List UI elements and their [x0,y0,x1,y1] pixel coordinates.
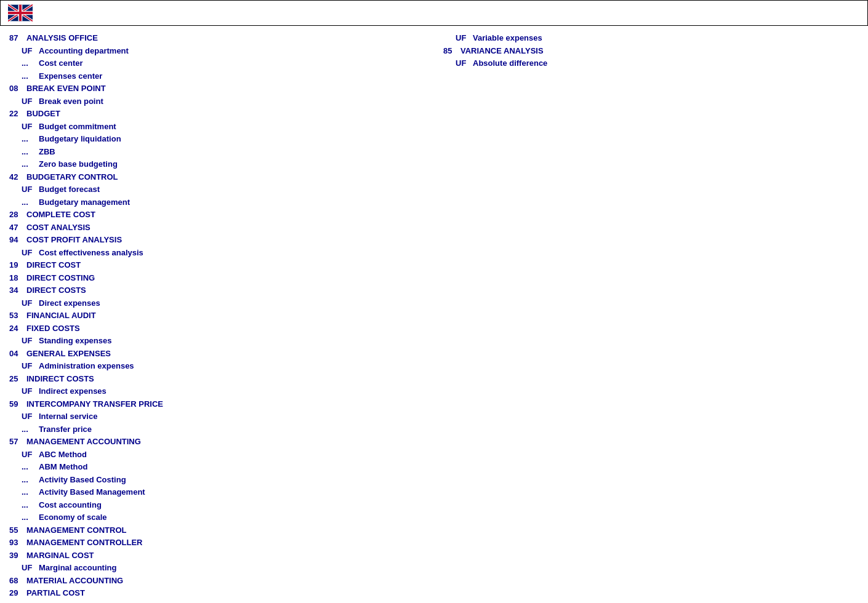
entry-e87: 87ANALYSIS OFFICE [9,32,434,44]
entry-number: 04 [9,348,26,360]
entry-number: 18 [9,272,26,284]
entry-e42: 42BUDGETARY CONTROL [9,171,434,183]
entry-e53: 53FINANCIAL AUDIT [9,309,434,322]
entry-e57: 57MANAGEMENT ACCOUNTING [9,436,434,448]
entry-label: VARIANCE ANALYSIS [460,45,544,57]
sub-label: Expenses center [39,70,102,82]
entry-label: COMPLETE COST [26,209,95,221]
entry-e94: 94COST PROFIT ANALYSIS [9,234,434,246]
entry-e47: 47COST ANALYSIS [9,222,434,234]
sub-prefix: ... [22,158,39,170]
sub-label: Budgetary liquidation [39,133,121,145]
entry-number: 39 [9,549,26,562]
sub-prefix: ... [22,146,39,158]
sub-entry: ... Zero base budgeting [9,158,434,170]
sub-prefix: ... [22,70,39,82]
sub-entry: UF Budget commitment [9,121,434,133]
sub-prefix: UF [22,247,39,259]
entry-number: 36 [9,600,26,604]
right-column: UF Variable expenses85VARIANCE ANALYSISU… [434,32,868,603]
sub-entry: UF Accounting department [9,45,434,57]
sub-label: Indirect expenses [39,385,106,397]
entry-label: COST ANALYSIS [26,222,90,234]
entry-number: 29 [9,587,26,599]
main-content: 87ANALYSIS OFFICEUF Accounting departmen… [0,26,868,603]
sub-prefix: UF [22,183,39,196]
sub-entry: ... Expenses center [9,70,434,82]
entry-e68: 68MATERIAL ACCOUNTING [9,575,434,587]
sub-prefix: ... [22,499,39,511]
sub-label: Variable expenses [473,32,542,44]
sub-entry: ... Activity Based Management [9,486,434,498]
sub-prefix: ... [22,133,39,145]
sub-label: Budgetary management [39,196,130,209]
entry-label: FINANCIAL AUDIT [26,309,96,322]
entry-label: ANALYSIS OFFICE [26,32,98,44]
sub-label: Internal service [39,410,97,423]
sub-entry: UF Variable expenses [443,32,868,44]
sub-label: Zero base budgeting [39,158,118,170]
entry-number: 22 [9,108,26,120]
sub-prefix: UF [22,385,39,397]
sub-label: Cost center [39,57,83,70]
entry-label: MATERIAL ACCOUNTING [26,575,123,587]
entry-number: 28 [9,209,26,221]
entry-label: MANAGEMENT ACCOUNTING [26,436,141,448]
sub-label: Administration expenses [39,360,134,372]
entry-label: INTERCOMPANY TRANSFER PRICE [26,398,163,410]
sub-prefix: UF [22,562,39,574]
sub-prefix: UF [22,410,39,423]
sub-entry: UF ABC Method [9,449,434,461]
uk-flag-icon [8,4,33,22]
sub-prefix: ... [22,511,39,524]
left-column: 87ANALYSIS OFFICEUF Accounting departmen… [0,32,434,603]
entry-number: 55 [9,524,26,537]
sub-entry: ... ABM Method [9,461,434,473]
entry-e24: 24FIXED COSTS [9,322,434,335]
sub-entry: UF Cost effectiveness analysis [9,247,434,259]
page-header [0,0,868,26]
entry-e25: 25INDIRECT COSTS [9,373,434,385]
entry-e19: 19DIRECT COST [9,259,434,271]
entry-e29: 29PARTIAL COST [9,587,434,599]
entry-number: 85 [443,45,460,57]
sub-label: Activity Based Management [39,486,145,498]
sub-label: Budget commitment [39,121,116,133]
sub-entry: ... ZBB [9,146,434,158]
entry-label: BREAK EVEN POINT [26,82,106,95]
sub-entry: ... Cost center [9,57,434,70]
entry-number: 94 [9,234,26,246]
entry-number: 53 [9,309,26,322]
entry-e59: 59INTERCOMPANY TRANSFER PRICE [9,398,434,410]
sub-prefix: UF [456,57,473,70]
entry-number: 87 [9,32,26,44]
sub-entry: ... Transfer price [9,423,434,436]
sub-prefix: UF [22,335,39,347]
sub-prefix: UF [22,297,39,309]
sub-entry: UF Indirect expenses [9,385,434,397]
entry-label: INDIRECT COSTS [26,373,94,385]
entry-label: DIRECT COSTING [26,272,95,284]
sub-prefix: ... [22,474,39,486]
sub-entry: UF Administration expenses [9,360,434,372]
sub-label: Activity Based Costing [39,474,126,486]
sub-prefix: UF [456,32,473,44]
sub-label: Cost effectiveness analysis [39,247,143,259]
entry-number: 93 [9,537,26,549]
sub-label: ZBB [39,146,55,158]
entry-e93: 93MANAGEMENT CONTROLLER [9,537,434,549]
entry-r85: 85VARIANCE ANALYSIS [443,45,868,57]
sub-entry: UF Absolute difference [443,57,868,70]
sub-entry: UF Break even point [9,95,434,108]
sub-label: Absolute difference [473,57,547,70]
sub-label: Direct expenses [39,297,100,309]
entry-e39: 39MARGINAL COST [9,549,434,562]
sub-entry: UF Internal service [9,410,434,423]
entry-label: PRIME COST [26,600,76,604]
entry-label: GENERAL EXPENSES [26,348,111,360]
entry-number: 34 [9,284,26,297]
sub-label: ABM Method [39,461,87,473]
sub-label: ABC Method [39,449,87,461]
sub-prefix: UF [22,95,39,108]
entry-number: 42 [9,171,26,183]
